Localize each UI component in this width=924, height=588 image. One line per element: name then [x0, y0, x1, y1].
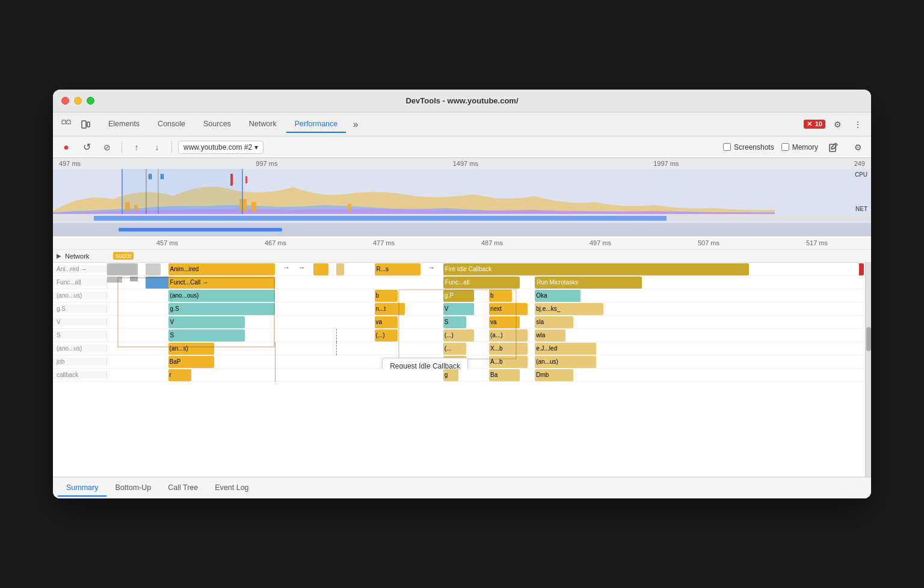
toolbar-sep-1	[122, 141, 122, 153]
block-s1[interactable]: S	[443, 316, 466, 328]
url-selector[interactable]: www.youtube.com #2 ▾	[178, 141, 263, 154]
memory-checkbox[interactable]: Memory	[781, 143, 818, 152]
time-mark-5: 497 ms	[546, 239, 654, 247]
svg-rect-3	[87, 122, 90, 127]
memory-input[interactable]	[781, 143, 789, 151]
upload-button[interactable]: ↑	[128, 139, 145, 156]
time-mark-2: 467 ms	[221, 239, 330, 247]
block-func-all[interactable]: Func...all	[443, 277, 520, 289]
screenshots-checkbox[interactable]: Screenshots	[723, 143, 774, 152]
traffic-lights	[61, 97, 94, 105]
block-va1[interactable]: va	[375, 316, 398, 328]
long-task-marker-1	[230, 174, 233, 186]
window-title: DevTools - www.youtube.com/	[405, 96, 518, 105]
block-bap[interactable]: BaP	[168, 356, 214, 368]
block-ab[interactable]: A...b	[489, 356, 528, 368]
block-gray-2	[146, 263, 161, 275]
block-fire-idle-callback[interactable]: Fire Idle Callback	[443, 263, 749, 275]
row-content-3: g.S n...t V next bj.e...ks_	[107, 302, 871, 316]
inspector-icon[interactable]	[58, 116, 75, 133]
overview-mark-2: 997 ms	[256, 160, 277, 167]
device-toolbar-icon[interactable]	[77, 116, 94, 133]
download-button[interactable]: ↓	[149, 139, 165, 156]
flame-row-0[interactable]: Ani...red → Anim...ired → →	[53, 263, 871, 276]
flame-row-3[interactable]: g.S g.S n...t V next bj.e...ks_	[53, 302, 871, 316]
network-section-header: ▶ Network succe	[53, 250, 871, 263]
timeline-overview-area[interactable]: 497 ms 997 ms 1497 ms 1997 ms 249 CPU NE…	[53, 158, 871, 236]
block-r[interactable]: r	[168, 369, 191, 381]
arrow-2: →	[298, 263, 306, 272]
block-rs[interactable]: R...s	[375, 263, 420, 275]
capture-settings-icon[interactable]: ⚙	[849, 139, 866, 156]
block-nt[interactable]: n...t	[375, 303, 405, 315]
block-bjeks[interactable]: bj.e...ks_	[535, 303, 603, 315]
network-toggle[interactable]: ▶	[53, 253, 65, 259]
tab-bottom-up[interactable]: Bottom-Up	[106, 480, 159, 497]
row-label-7: job	[53, 358, 107, 366]
block-va2[interactable]: va	[489, 316, 520, 328]
flame-row-8[interactable]: callback r g Ba Dmb	[53, 369, 871, 382]
tab-performance[interactable]: Performance	[286, 116, 346, 133]
block-dmb[interactable]: Dmb	[535, 369, 573, 381]
block-ejled[interactable]: e.J...led	[535, 343, 596, 355]
flame-row-7[interactable]: job BaP Request Idle Callback a... A...b…	[53, 355, 871, 369]
dashed-line-s	[336, 329, 337, 342]
flame-row-6[interactable]: (ano...us) (an...s) (... X...b e.J...led	[53, 342, 871, 355]
row-label-3: g.S	[53, 305, 107, 313]
block-b2[interactable]: b	[489, 290, 512, 302]
settings-icon[interactable]: ⚙	[829, 116, 846, 133]
flame-row-1[interactable]: Func...all Funct...Call → Func...all Run…	[53, 276, 871, 289]
clear-button[interactable]: ⊘	[99, 139, 116, 156]
tab-console[interactable]: Console	[149, 116, 194, 133]
block-g[interactable]: g	[443, 369, 458, 381]
tab-network[interactable]: Network	[241, 116, 285, 133]
close-button[interactable]	[61, 97, 69, 105]
block-s2[interactable]: S	[168, 329, 245, 341]
block-xb[interactable]: X...b	[489, 343, 528, 355]
svg-rect-8	[251, 202, 256, 211]
toolbar-sep-2	[171, 141, 172, 153]
flame-row-2[interactable]: (ano...us) (ano...ous) b g.P b Oka	[53, 289, 871, 302]
record-button[interactable]: ●	[58, 139, 75, 156]
tab-sources[interactable]: Sources	[195, 116, 239, 133]
more-options-icon[interactable]: ⋮	[849, 116, 866, 133]
tab-event-log[interactable]: Event Log	[206, 480, 257, 497]
tab-call-tree[interactable]: Call Tree	[159, 480, 206, 497]
arrow-3: →	[428, 263, 435, 272]
block-v1[interactable]: V	[443, 303, 474, 315]
block-funct-call[interactable]: Funct...Call →	[168, 277, 276, 289]
flame-row-4[interactable]: V V va S va sla	[53, 316, 871, 329]
block-ba[interactable]: Ba	[489, 369, 520, 381]
block-gp[interactable]: g.P	[443, 290, 474, 302]
block-wla[interactable]: wla	[535, 329, 565, 341]
block-a-dots[interactable]: (a...)	[489, 329, 528, 341]
tab-summary[interactable]: Summary	[58, 480, 106, 497]
performance-toolbar: ● ↺ ⊘ ↑ ↓ www.youtube.com #2 ▾ Screensho…	[53, 136, 871, 158]
block-dots2[interactable]: (...)	[443, 329, 474, 341]
reload-button[interactable]: ↺	[78, 139, 95, 156]
block-sla[interactable]: sla	[535, 316, 573, 328]
block-gs1[interactable]: g.S	[168, 303, 276, 315]
b-g2	[130, 277, 138, 281]
block-ano-ous[interactable]: (ano...ous)	[168, 290, 276, 302]
block-next[interactable]: next	[489, 303, 528, 315]
more-tabs-icon[interactable]: »	[347, 116, 364, 133]
block-b1[interactable]: b	[375, 290, 398, 302]
dropdown-arrow-icon: ▾	[254, 143, 258, 152]
tab-elements[interactable]: Elements	[100, 116, 148, 133]
screenshots-input[interactable]	[723, 143, 731, 151]
minimize-button[interactable]	[74, 97, 82, 105]
conn-line-3	[275, 369, 276, 382]
flame-row-5[interactable]: S S (...) (...) (a...) wla	[53, 329, 871, 342]
block-anus[interactable]: (an...us)	[535, 356, 596, 368]
paint-profiler-icon[interactable]	[825, 139, 842, 156]
block-run-microtasks[interactable]: Run Microtasks	[535, 277, 642, 289]
block-v2[interactable]: V	[168, 316, 245, 328]
block-oka[interactable]: Oka	[535, 290, 581, 302]
maximize-button[interactable]	[87, 97, 94, 105]
timeline-handle[interactable]	[53, 223, 871, 236]
block-ans[interactable]: (an...s)	[168, 343, 214, 355]
block-dots1[interactable]: (...)	[375, 329, 398, 341]
block-3dots[interactable]: (...	[443, 343, 466, 355]
block-anim-ired[interactable]: Anim...ired	[168, 263, 276, 275]
